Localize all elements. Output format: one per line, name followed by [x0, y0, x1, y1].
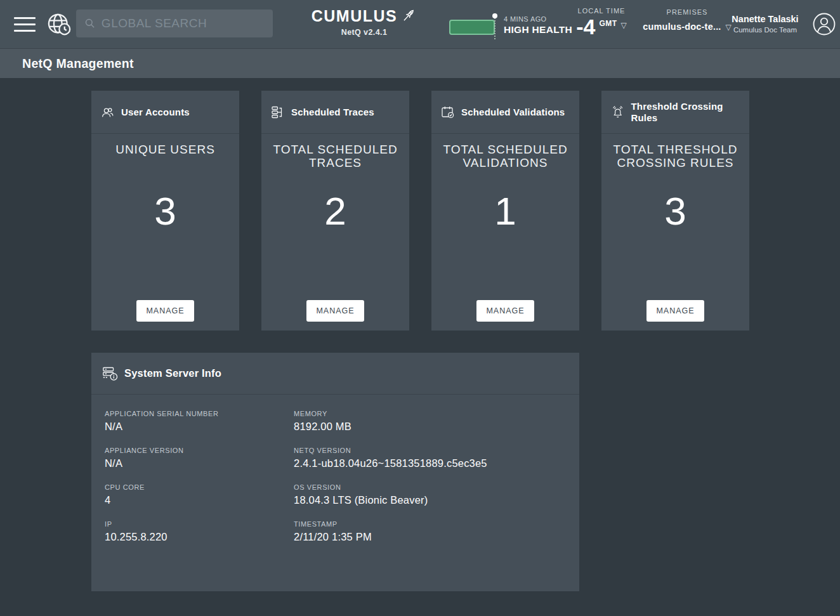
manage-button[interactable]: MANAGE — [136, 300, 194, 322]
rocket-icon — [400, 6, 417, 25]
local-time-zone: GMT — [599, 19, 617, 28]
local-time-label: LOCAL TIME — [570, 7, 633, 15]
avatar[interactable] — [812, 12, 836, 36]
system-server-info-card: System Server Info APPLICATION SERIAL NU… — [91, 353, 579, 591]
premises-selector[interactable]: PREMISES cumulus-doc-te... ▽ — [640, 8, 735, 32]
user-team: Cumulus Doc Team — [723, 26, 807, 34]
card-body: UNIQUE USERS 3 MANAGE — [91, 134, 239, 331]
bell-alert-icon — [610, 104, 625, 121]
manage-button[interactable]: MANAGE — [306, 300, 364, 322]
page-title: NetQ Management — [22, 56, 134, 71]
field-netq-version: NETQ VERSION 2.4.1-ub18.04u26~1581351889… — [294, 447, 567, 469]
server-card-title: System Server Info — [124, 367, 221, 379]
traces-icon — [270, 105, 285, 120]
field-os-version: OS VERSION 18.04.3 LTS (Bionic Beaver) — [294, 483, 567, 506]
logo-text: CUMULUS — [312, 6, 398, 25]
card-scheduled-validations: Scheduled Validations TOTAL SCHEDULED VA… — [431, 91, 579, 331]
card-threshold-crossing-rules: Threshold Crossing Rules TOTAL THRESHOLD… — [601, 91, 749, 331]
field-application-serial-number: APPLICATION SERIAL NUMBER N/A — [105, 410, 294, 433]
metric-label: UNIQUE USERS — [101, 143, 230, 187]
user-name: Nanette Talaski — [723, 14, 807, 24]
card-title: User Accounts — [121, 107, 190, 117]
globe-clock-icon[interactable] — [46, 11, 72, 37]
premises-label: PREMISES — [640, 8, 735, 16]
calendar-check-icon — [440, 105, 456, 120]
metric-label: TOTAL SCHEDULED VALIDATIONS — [441, 143, 570, 187]
field-timestamp: TIMESTAMP 2/11/20 1:35 PM — [294, 520, 567, 543]
health-bar — [449, 20, 495, 35]
metric-label: TOTAL SCHEDULED TRACES — [271, 143, 400, 187]
server-card-header: System Server Info — [91, 353, 579, 395]
metric-value: 2 — [324, 192, 346, 231]
health-status: HIGH HEALTH — [504, 24, 572, 36]
health-marker-dot — [492, 13, 497, 18]
local-time-selector[interactable]: LOCAL TIME -4 GMT ▽ — [570, 7, 633, 38]
card-user-accounts: User Accounts UNIQUE USERS 3 MANAGE — [91, 91, 239, 331]
server-info-icon — [102, 365, 119, 382]
card-title: Threshold Crossing Rules — [631, 101, 740, 123]
field-cpu-core: CPU CORE 4 — [105, 483, 294, 506]
field-ip: IP 10.255.8.220 — [105, 520, 294, 543]
logo-version: NetQ v2.4.1 — [310, 28, 419, 37]
users-icon — [100, 105, 115, 120]
health-indicator[interactable]: 4 MINS AGO HIGH HEALTH — [449, 15, 572, 36]
card-body: TOTAL THRESHOLD CROSSING RULES 3 MANAGE — [601, 134, 749, 331]
global-search — [76, 10, 273, 37]
field-appliance-version: APPLIANCE VERSION N/A — [105, 447, 294, 469]
search-icon — [84, 16, 96, 30]
search-input[interactable] — [102, 16, 265, 30]
user-info: Nanette Talaski Cumulus Doc Team — [723, 14, 807, 34]
menu-icon[interactable] — [14, 17, 36, 32]
field-memory: MEMORY 8192.00 MB — [294, 410, 567, 433]
metric-cards: User Accounts UNIQUE USERS 3 MANAGE Sche… — [91, 91, 749, 331]
manage-button[interactable]: MANAGE — [646, 300, 704, 322]
health-marker-line — [494, 15, 495, 39]
card-header: Threshold Crossing Rules — [601, 91, 749, 134]
app-header: CUMULUS NetQ v2.4.1 4 MINS AGO HIGH HEAL… — [0, 0, 840, 49]
local-time-value: -4 — [576, 15, 595, 38]
brand-logo: CUMULUS NetQ v2.4.1 — [310, 6, 419, 37]
card-header: User Accounts — [91, 91, 239, 134]
card-body: TOTAL SCHEDULED VALIDATIONS 1 MANAGE — [431, 134, 579, 331]
manage-button[interactable]: MANAGE — [476, 300, 534, 322]
chevron-down-icon[interactable]: ▽ — [621, 21, 627, 30]
server-info-grid: APPLICATION SERIAL NUMBER N/A MEMORY 819… — [91, 395, 579, 543]
premises-value: cumulus-doc-te... — [643, 22, 721, 32]
card-title: Scheduled Validations — [461, 107, 565, 117]
metric-value: 1 — [494, 192, 516, 231]
page-title-bar: NetQ Management — [0, 49, 840, 78]
metric-value: 3 — [664, 192, 686, 231]
health-updated-ago: 4 MINS AGO — [504, 15, 572, 23]
card-header: Scheduled Traces — [261, 91, 409, 134]
metric-value: 3 — [154, 192, 176, 231]
card-scheduled-traces: Scheduled Traces TOTAL SCHEDULED TRACES … — [261, 91, 409, 331]
card-body: TOTAL SCHEDULED TRACES 2 MANAGE — [261, 134, 409, 331]
card-title: Scheduled Traces — [291, 107, 374, 117]
card-header: Scheduled Validations — [431, 91, 579, 134]
metric-label: TOTAL THRESHOLD CROSSING RULES — [611, 143, 740, 187]
